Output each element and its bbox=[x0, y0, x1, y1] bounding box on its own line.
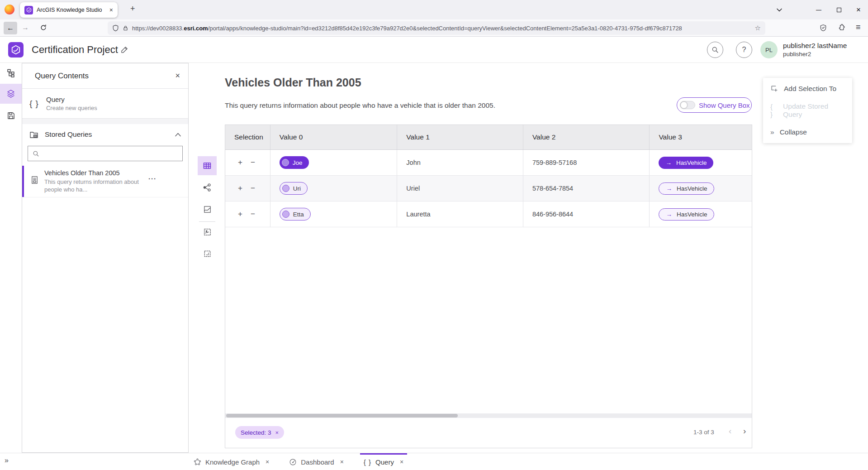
add-to-selection-button[interactable]: + bbox=[238, 158, 242, 167]
extensions-icon[interactable] bbox=[838, 24, 845, 31]
sidebar-item-save[interactable] bbox=[0, 106, 22, 125]
firefox-logo-icon[interactable] bbox=[5, 5, 14, 14]
toggle-switch[interactable] bbox=[680, 101, 695, 109]
scrollbar-thumb[interactable] bbox=[226, 414, 458, 417]
header-help-button[interactable]: ? bbox=[736, 42, 752, 58]
search-icon bbox=[33, 150, 39, 157]
selected-count-chip[interactable]: Selected: 3 × bbox=[235, 426, 284, 439]
selection-cell: + − bbox=[225, 150, 270, 175]
menu-item-collapse[interactable]: » Collapse bbox=[763, 121, 852, 143]
next-page-button[interactable]: › bbox=[743, 426, 746, 436]
user-avatar[interactable]: PL bbox=[760, 41, 778, 58]
chevron-up-icon[interactable] bbox=[175, 133, 181, 137]
toggle-knob bbox=[681, 102, 687, 108]
column-header: Value 0 bbox=[270, 125, 398, 149]
entity-chip[interactable]: Uri bbox=[280, 182, 308, 195]
panel-close-icon[interactable]: × bbox=[175, 71, 180, 81]
stored-queries-header[interactable]: Stored Queries bbox=[22, 124, 188, 145]
window-maximize-button[interactable] bbox=[830, 0, 849, 19]
view-map-button[interactable] bbox=[198, 200, 217, 219]
tab-close-icon[interactable]: × bbox=[340, 458, 344, 465]
new-map-from-selection-button[interactable] bbox=[198, 222, 217, 241]
stored-queries-search[interactable] bbox=[28, 146, 183, 161]
entity-dot-icon bbox=[282, 185, 289, 192]
section-divider bbox=[22, 119, 188, 124]
tab-knowledge-graph[interactable]: Knowledge Graph × bbox=[190, 453, 273, 470]
knowledge-graph-icon bbox=[194, 458, 201, 466]
stored-query-item[interactable]: Vehicles Older Than 2005 This query retu… bbox=[22, 166, 188, 197]
relationship-chip[interactable]: → HasVehicle bbox=[659, 157, 713, 169]
tab-dashboard[interactable]: Dashboard × bbox=[285, 453, 347, 470]
page-title: Vehicles Older Than 2005 bbox=[225, 76, 361, 89]
more-options-icon[interactable]: ··· bbox=[148, 175, 157, 193]
menu-item-label: Collapse bbox=[780, 128, 807, 136]
tab-query[interactable]: { } Query × bbox=[360, 453, 407, 470]
browser-tab[interactable]: ArcGIS Knowledge Studio × bbox=[20, 2, 118, 18]
bookmark-star-icon[interactable]: ☆ bbox=[755, 24, 761, 32]
stored-queries-search-input[interactable] bbox=[43, 150, 178, 157]
sidebar-item-data-model[interactable] bbox=[0, 63, 22, 83]
tab-close-icon[interactable]: × bbox=[400, 458, 403, 465]
edit-project-title-icon[interactable] bbox=[120, 46, 128, 54]
folder-icon bbox=[29, 130, 38, 139]
reload-button[interactable] bbox=[40, 24, 47, 31]
arcgis-favicon-icon bbox=[24, 6, 33, 14]
url-text: https://dev0028833.esri.com/portal/apps/… bbox=[132, 25, 751, 32]
clear-selection-icon[interactable]: × bbox=[275, 429, 279, 436]
show-query-box-toggle[interactable]: Show Query Box bbox=[677, 97, 752, 113]
arrow-right-icon: → bbox=[665, 159, 672, 166]
selection-cell: + − bbox=[225, 201, 270, 227]
horizontal-scrollbar[interactable] bbox=[225, 413, 752, 418]
new-tab-button[interactable]: + bbox=[130, 4, 135, 14]
entity-chip[interactable]: Etta bbox=[280, 208, 311, 221]
view-link-chart-button[interactable] bbox=[198, 178, 217, 197]
app-header: Certification Project ? PL publisher2 la… bbox=[0, 37, 868, 63]
tab-list-chevron-icon[interactable] bbox=[770, 0, 789, 19]
back-button[interactable]: ← bbox=[4, 22, 17, 34]
add-to-selection-button[interactable]: + bbox=[238, 184, 242, 193]
entity-label: Joe bbox=[293, 159, 303, 166]
context-menu: Add Selection To { } Update Stored Query… bbox=[763, 78, 852, 143]
entity-chip[interactable]: Joe bbox=[280, 156, 309, 169]
window-close-button[interactable]: × bbox=[849, 0, 868, 19]
hamburger-menu-icon[interactable]: ≡ bbox=[856, 23, 861, 32]
value-cell: Lauretta bbox=[397, 201, 523, 227]
bottom-tab-bar: » Knowledge Graph × Dashboard × { } Quer… bbox=[0, 453, 868, 470]
browser-tab-bar: ArcGIS Knowledge Studio × + — × bbox=[0, 0, 868, 19]
selection-tools-button[interactable] bbox=[198, 244, 217, 263]
map-selection-icon bbox=[203, 228, 212, 236]
selection-cell: + − bbox=[225, 176, 270, 201]
lock-icon[interactable] bbox=[123, 25, 128, 31]
previous-page-button[interactable]: ‹ bbox=[729, 426, 731, 436]
tab-close-icon[interactable]: × bbox=[266, 458, 269, 465]
sidebar-item-contents[interactable] bbox=[0, 84, 22, 104]
add-to-selection-button[interactable]: + bbox=[238, 210, 242, 219]
menu-item-add-selection-to[interactable]: Add Selection To bbox=[763, 78, 852, 100]
remove-from-selection-button[interactable]: − bbox=[251, 210, 255, 219]
forward-button[interactable]: → bbox=[22, 24, 29, 32]
tracking-shield-icon[interactable] bbox=[112, 24, 119, 32]
pocket-shield-icon[interactable] bbox=[820, 24, 827, 32]
menu-item-update-stored-query[interactable]: { } Update Stored Query bbox=[763, 100, 852, 121]
table-row: + − Uri Uriel 578-654-7854 → HasVehicle bbox=[225, 176, 752, 201]
tab-close-icon[interactable]: × bbox=[109, 6, 113, 14]
value-cell: 846-956-8644 bbox=[523, 201, 650, 227]
remove-from-selection-button[interactable]: − bbox=[251, 158, 255, 167]
new-query-item[interactable]: { } Query Create new queries bbox=[22, 89, 188, 119]
hierarchy-icon bbox=[6, 68, 15, 77]
entity-label: Etta bbox=[293, 211, 304, 218]
relationship-chip[interactable]: → HasVehicle bbox=[659, 208, 714, 221]
link-chart-icon bbox=[203, 183, 212, 192]
remove-from-selection-button[interactable]: − bbox=[251, 184, 255, 193]
relationship-chip[interactable]: → HasVehicle bbox=[659, 182, 714, 195]
view-table-button[interactable] bbox=[198, 156, 217, 175]
user-info[interactable]: publisher2 lastName publisher2 bbox=[783, 41, 847, 58]
show-query-box-label: Show Query Box bbox=[699, 101, 750, 109]
expand-panel-icon[interactable]: » bbox=[5, 456, 9, 465]
header-search-button[interactable] bbox=[707, 42, 723, 58]
url-bar[interactable]: https://dev0028833.esri.com/portal/apps/… bbox=[108, 21, 765, 35]
url-prefix: https://dev0028833. bbox=[132, 25, 184, 32]
selected-count-label: Selected: 3 bbox=[241, 429, 271, 436]
window-minimize-button[interactable]: — bbox=[809, 0, 828, 19]
tab-label: Dashboard bbox=[301, 458, 334, 466]
